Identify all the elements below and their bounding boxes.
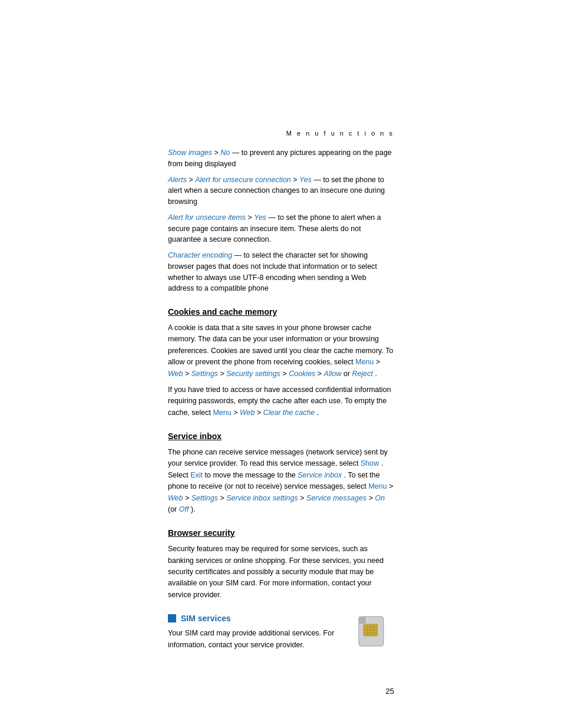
link-service-inbox[interactable]: Service inbox — [297, 471, 342, 479]
sep1: > — [214, 149, 221, 157]
link-alert-unsecure-connection[interactable]: Alert for unsecure connection — [195, 176, 291, 184]
link-settings2[interactable]: Settings — [191, 494, 218, 502]
link-alert-unsecure-items[interactable]: Alert for unsecure items — [168, 213, 246, 222]
link-show[interactable]: Show — [361, 459, 379, 467]
cookies-body1: A cookie is data that a site saves in yo… — [168, 322, 394, 380]
bullet-alerts: Alerts > Alert for unsecure connection >… — [168, 174, 394, 207]
link-allow[interactable]: Allow — [324, 370, 342, 378]
sim-services-title: SIM services — [181, 614, 231, 623]
service-inbox-text1: The phone can receive service messages (… — [168, 448, 388, 467]
bullet-char-encoding: Character encoding — to select the chara… — [168, 250, 394, 294]
link-service-inbox-settings[interactable]: Service inbox settings — [226, 494, 298, 502]
sim-card-icon — [353, 614, 394, 649]
sep3: > — [293, 176, 299, 184]
link-yes2[interactable]: Yes — [254, 213, 266, 222]
dash2: — — [313, 176, 323, 184]
link-service-messages[interactable]: Service messages — [306, 494, 366, 502]
link-no[interactable]: No — [220, 149, 230, 157]
dash4: — — [234, 251, 244, 259]
sep2: > — [189, 176, 195, 184]
sim-services-body: Your SIM card may provide additional ser… — [168, 628, 341, 651]
link-alerts[interactable]: Alerts — [168, 176, 187, 184]
dash1: — — [232, 149, 242, 157]
dash3: — — [269, 213, 278, 222]
content-area: M e n u f u n c t i o n s Show images > … — [0, 0, 562, 698]
link-menu3[interactable]: Menu — [368, 482, 386, 490]
link-clear-cache[interactable]: Clear the cache — [263, 409, 315, 417]
browser-security-heading: Browser security — [168, 528, 394, 538]
sim-services-section: SIM services Your SIM card may provide a… — [168, 614, 394, 651]
sim-services-square-icon — [168, 614, 176, 622]
link-show-images[interactable]: Show images — [168, 149, 212, 157]
sim-services-heading: SIM services — [168, 614, 341, 623]
service-inbox-heading: Service inbox — [168, 431, 394, 441]
link-on[interactable]: On — [375, 494, 385, 502]
sep4: > — [247, 213, 254, 222]
link-web2[interactable]: Web — [240, 409, 254, 417]
link-yes1[interactable]: Yes — [299, 176, 312, 184]
cookies-heading: Cookies and cache memory — [168, 307, 394, 317]
link-web1[interactable]: Web — [168, 370, 183, 378]
svg-marker-1 — [359, 617, 366, 624]
link-security-settings[interactable]: Security settings — [226, 370, 280, 378]
menu-functions-header: M e n u f u n c t i o n s — [168, 130, 394, 137]
page-number: 25 — [386, 687, 394, 696]
bullet-show-images: Show images > No — to prevent any pictur… — [168, 147, 394, 170]
page-container: M e n u f u n c t i o n s Show images > … — [0, 0, 562, 728]
link-off[interactable]: Off — [179, 505, 189, 513]
link-menu2[interactable]: Menu — [213, 409, 231, 417]
link-exit[interactable]: Exit — [190, 471, 203, 479]
link-char-encoding[interactable]: Character encoding — [168, 251, 232, 259]
sim-services-left: SIM services Your SIM card may provide a… — [168, 614, 341, 651]
bullet-alert-items: Alert for unsecure items > Yes — to set … — [168, 212, 394, 245]
link-reject[interactable]: Reject — [352, 370, 373, 378]
link-web3[interactable]: Web — [168, 494, 183, 502]
link-settings1[interactable]: Settings — [191, 370, 218, 378]
service-inbox-body: The phone can receive service messages (… — [168, 447, 394, 515]
cookies-body2: If you have tried to access or have acce… — [168, 384, 394, 419]
browser-security-body: Security features may be required for so… — [168, 543, 394, 601]
link-cookies[interactable]: Cookies — [289, 370, 315, 378]
link-menu1[interactable]: Menu — [355, 358, 373, 366]
